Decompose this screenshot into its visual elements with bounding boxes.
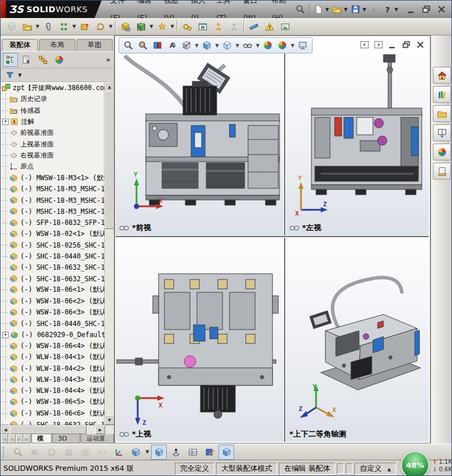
save-view-button[interactable] <box>202 445 217 460</box>
tree-item[interactable]: (-) WSW-18-06<3> (默认) <box>1 307 105 318</box>
memory-percent-badge[interactable]: 48% <box>400 450 430 476</box>
tree-root-item[interactable]: zpt【开拔网www.386600.com】 <box>1 83 105 94</box>
tree-item[interactable]: (-) WLW-18-04<2> (默认) <box>1 363 105 374</box>
pane-right-button[interactable] <box>374 40 383 49</box>
status-cell[interactable] <box>346 463 353 474</box>
custom-dropdown-arrow[interactable]: ▲ <box>388 467 391 472</box>
coordinate-triad-button[interactable] <box>111 445 127 460</box>
new-component-button[interactable] <box>133 19 149 34</box>
display-style-button[interactable] <box>220 39 234 52</box>
sketch-dropdown-arrow[interactable]: ▼ <box>170 24 175 29</box>
isometric-view-button[interactable] <box>151 445 167 460</box>
hscroll-thumb[interactable] <box>10 425 87 434</box>
viewport-front[interactable]: X Y *前视 <box>116 52 284 235</box>
configurationmanager-tab[interactable] <box>35 53 51 67</box>
filter-grid-button[interactable] <box>77 445 93 460</box>
zoom-graph-button[interactable] <box>10 445 26 460</box>
apply-scene-button[interactable] <box>275 39 289 52</box>
new-document-dropdown-arrow[interactable]: ▼ <box>325 7 330 12</box>
viewport-splitter-horizontal[interactable] <box>116 235 429 238</box>
tree-item[interactable]: (-) SHC-18-0440_SHC-18- <box>1 318 105 329</box>
open-document-button[interactable] <box>19 19 35 34</box>
filter-icon[interactable] <box>3 69 17 81</box>
tree-item[interactable]: (-) WSW-18-06<6> (默认) <box>1 408 105 419</box>
tree-item[interactable]: (-) MSHC-18-M3_MSHC-18- <box>1 195 105 206</box>
design-library-tab[interactable] <box>433 86 451 103</box>
rotate-component-dropdown-arrow[interactable]: ▼ <box>108 24 113 29</box>
filter-lines-button[interactable] <box>60 445 76 460</box>
tree-item[interactable]: (-) WLW-18-04<3> (默认) <box>1 374 105 385</box>
view-orientation-cube-button[interactable] <box>128 445 144 460</box>
tree-vertical-scrollbar[interactable]: ▲ ▼ <box>104 82 114 425</box>
tree-item[interactable]: (-) MSHC-18-M3_MSHC-18- <box>1 184 105 195</box>
tree-item[interactable]: (-) WSW-18-06<4> (默认) <box>1 341 105 352</box>
status-cell-大型装配体模式[interactable]: 大型装配体模式 <box>216 463 278 475</box>
suppressed-component-button[interactable] <box>226 19 242 34</box>
close-document-button[interactable] <box>415 40 425 49</box>
displaymanager-tab[interactable] <box>52 53 67 67</box>
viewport-left[interactable]: Z Y X *左视 <box>286 52 429 235</box>
tree-horizontal-scrollbar[interactable]: ◀ ▶ <box>1 425 114 434</box>
tree-item[interactable]: 右视基准面 <box>1 150 105 161</box>
nav-last-button[interactable]: ▶| <box>23 434 31 443</box>
nav-next-button[interactable]: ▶ <box>16 434 23 443</box>
viewport-splitter-vertical[interactable] <box>284 52 286 442</box>
tree-item[interactable]: 历史记录 <box>1 94 105 105</box>
tree-item[interactable]: (-) WSW-18-02<1> (默认) <box>1 228 105 239</box>
rotate-component-button[interactable] <box>92 19 108 34</box>
propertymanager-tab[interactable] <box>19 53 34 67</box>
photo-image-button[interactable] <box>277 19 293 34</box>
tab-装配体[interactable]: 装配体 <box>2 39 38 51</box>
insert-component-button[interactable] <box>3 19 19 34</box>
mate-button[interactable] <box>56 19 71 34</box>
tree-item[interactable]: (-) SHC-18-0632_SHC-18- <box>1 419 105 425</box>
attachments-button[interactable] <box>40 19 56 34</box>
status-cell-自定义[interactable]: 自定义▲ <box>354 463 396 475</box>
tree-item[interactable]: 上视基准面 <box>1 138 105 149</box>
section-view-button[interactable] <box>180 39 193 52</box>
tree-item[interactable]: (-) WLW-18-04<4> (默认) <box>1 385 105 396</box>
solidworks-resources-tab[interactable] <box>433 67 451 84</box>
fm-overflow-chevron[interactable]: » <box>106 56 112 64</box>
appearances-scenes-tab[interactable] <box>433 144 451 160</box>
tree-item[interactable]: 传感器 <box>1 105 105 116</box>
search-icon[interactable] <box>294 3 307 16</box>
tree-item[interactable]: (-) MWSW-18-M3<1> (默认 <box>1 172 105 183</box>
scroll-up-button[interactable]: ▲ <box>105 82 114 92</box>
tree-item[interactable]: 原点 <box>1 161 105 172</box>
tree-item[interactable]: (-) SHC-18-0632_SHC-18- <box>1 262 105 273</box>
smart-component-button[interactable] <box>77 19 92 34</box>
sketch-button[interactable] <box>154 19 170 34</box>
design-table-button[interactable] <box>185 445 200 460</box>
pane-left-button[interactable] <box>360 40 370 49</box>
assembly-features-button[interactable] <box>117 19 133 34</box>
new-document-button[interactable] <box>312 3 325 16</box>
help-button[interactable]: ? <box>381 3 394 16</box>
scroll-right-button[interactable]: ▶ <box>95 425 105 434</box>
tree-item[interactable]: (-) WSW-18-06<1> (默认) <box>1 284 105 295</box>
tree-item[interactable]: (-) WSW-18-06<2> (默认) <box>1 296 105 307</box>
tree-item[interactable]: +A注解 <box>1 116 105 127</box>
measure-button[interactable] <box>246 19 261 34</box>
rotate-view-button[interactable]: A <box>165 39 179 52</box>
scroll-left-button[interactable]: ◀ <box>1 425 10 434</box>
component-preview-window-button[interactable] <box>195 19 210 34</box>
viewport-isometric[interactable]: Y X Z *上下二等角轴测 <box>286 238 429 442</box>
tab-草图[interactable]: 草图 <box>77 39 113 51</box>
nav-first-button[interactable]: |◀ <box>1 434 8 443</box>
tree-item[interactable]: +(-) 0682929-0_Default<1 <box>1 330 105 341</box>
explode-direction-button[interactable] <box>168 445 184 460</box>
replace-component-button[interactable] <box>210 19 226 34</box>
viewport-top[interactable]: X Z *上视 <box>116 238 284 442</box>
reverse-playback-button[interactable] <box>94 445 110 460</box>
zoom-to-fit-button[interactable] <box>121 39 135 52</box>
tree-item[interactable]: (-) WLW-18-04<1> (默认) <box>1 352 105 363</box>
open-document-button[interactable] <box>331 3 343 16</box>
tree-item[interactable]: (-) SFP-18-0832_SFP-18- <box>1 217 105 228</box>
mate-dropdown-arrow[interactable]: ▼ <box>71 24 77 29</box>
minimize-button[interactable] <box>406 5 417 14</box>
shaded-view-button[interactable] <box>218 445 234 460</box>
help-dropdown-arrow[interactable]: ▼ <box>394 7 399 12</box>
view-palette-tab[interactable] <box>433 124 451 141</box>
hide-show-items-dropdown-arrow[interactable]: ▼ <box>255 43 260 48</box>
